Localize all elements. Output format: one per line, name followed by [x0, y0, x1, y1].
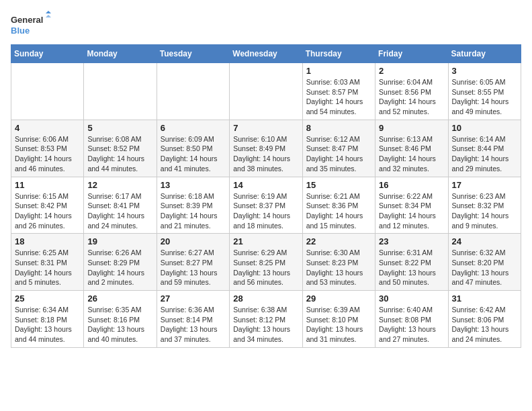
- day-info: Sunrise: 6:27 AM Sunset: 8:27 PM Dayligh…: [161, 248, 226, 287]
- calendar-day-14: 14Sunrise: 6:19 AM Sunset: 8:37 PM Dayli…: [230, 177, 302, 234]
- day-number: 22: [306, 236, 371, 246]
- svg-text:General: General: [11, 15, 43, 25]
- calendar-day-17: 17Sunrise: 6:23 AM Sunset: 8:32 PM Dayli…: [448, 177, 521, 234]
- weekday-header-wednesday: Wednesday: [230, 45, 302, 63]
- day-number: 20: [161, 236, 226, 246]
- calendar-empty: [11, 63, 84, 120]
- day-number: 18: [15, 236, 80, 246]
- day-info: Sunrise: 6:35 AM Sunset: 8:16 PM Dayligh…: [87, 305, 152, 345]
- day-number: 3: [452, 66, 517, 76]
- weekday-header-thursday: Thursday: [302, 45, 375, 63]
- calendar-day-2: 2Sunrise: 6:04 AM Sunset: 8:56 PM Daylig…: [375, 63, 448, 120]
- day-number: 17: [452, 180, 517, 190]
- day-number: 25: [15, 293, 80, 304]
- day-info: Sunrise: 6:21 AM Sunset: 8:36 PM Dayligh…: [306, 191, 371, 231]
- day-number: 7: [233, 123, 298, 133]
- weekday-header-monday: Monday: [84, 45, 157, 63]
- day-number: 5: [87, 123, 152, 133]
- day-info: Sunrise: 6:29 AM Sunset: 8:25 PM Dayligh…: [233, 248, 298, 287]
- logo: General Blue: [11, 11, 51, 38]
- calendar-empty: [230, 63, 302, 120]
- day-info: Sunrise: 6:23 AM Sunset: 8:32 PM Dayligh…: [452, 191, 517, 231]
- day-number: 29: [306, 293, 371, 304]
- day-number: 4: [15, 123, 80, 133]
- calendar-day-16: 16Sunrise: 6:22 AM Sunset: 8:34 PM Dayli…: [375, 177, 448, 234]
- day-number: 11: [15, 180, 80, 190]
- day-number: 16: [379, 180, 444, 190]
- day-info: Sunrise: 6:03 AM Sunset: 8:57 PM Dayligh…: [306, 77, 371, 117]
- calendar-day-29: 29Sunrise: 6:39 AM Sunset: 8:10 PM Dayli…: [302, 291, 375, 348]
- calendar-day-25: 25Sunrise: 6:34 AM Sunset: 8:18 PM Dayli…: [11, 291, 84, 348]
- svg-text:Blue: Blue: [11, 26, 30, 36]
- day-number: 12: [87, 180, 152, 190]
- calendar-day-24: 24Sunrise: 6:32 AM Sunset: 8:20 PM Dayli…: [448, 234, 521, 291]
- calendar-day-26: 26Sunrise: 6:35 AM Sunset: 8:16 PM Dayli…: [84, 291, 157, 348]
- day-number: 1: [306, 66, 371, 76]
- day-info: Sunrise: 6:39 AM Sunset: 8:10 PM Dayligh…: [306, 305, 371, 345]
- calendar-day-20: 20Sunrise: 6:27 AM Sunset: 8:27 PM Dayli…: [157, 234, 229, 291]
- svg-marker-3: [46, 15, 51, 17]
- calendar-day-5: 5Sunrise: 6:08 AM Sunset: 8:52 PM Daylig…: [84, 120, 157, 177]
- day-number: 10: [452, 123, 517, 133]
- calendar-day-4: 4Sunrise: 6:06 AM Sunset: 8:53 PM Daylig…: [11, 120, 84, 177]
- day-info: Sunrise: 6:31 AM Sunset: 8:22 PM Dayligh…: [379, 248, 444, 287]
- calendar-week-row: 1Sunrise: 6:03 AM Sunset: 8:57 PM Daylig…: [11, 63, 521, 120]
- calendar-day-11: 11Sunrise: 6:15 AM Sunset: 8:42 PM Dayli…: [11, 177, 84, 234]
- day-number: 31: [452, 293, 517, 304]
- calendar-day-3: 3Sunrise: 6:05 AM Sunset: 8:55 PM Daylig…: [448, 63, 521, 120]
- calendar-day-28: 28Sunrise: 6:38 AM Sunset: 8:12 PM Dayli…: [230, 291, 302, 348]
- calendar-day-6: 6Sunrise: 6:09 AM Sunset: 8:50 PM Daylig…: [157, 120, 229, 177]
- calendar-empty: [157, 63, 229, 120]
- day-number: 6: [161, 123, 226, 133]
- logo-svg: General Blue: [11, 11, 51, 38]
- day-number: 21: [233, 236, 298, 246]
- calendar-day-1: 1Sunrise: 6:03 AM Sunset: 8:57 PM Daylig…: [302, 63, 375, 120]
- svg-marker-2: [46, 11, 51, 13]
- day-info: Sunrise: 6:08 AM Sunset: 8:52 PM Dayligh…: [87, 134, 152, 174]
- day-number: 13: [161, 180, 226, 190]
- calendar-table: SundayMondayTuesdayWednesdayThursdayFrid…: [11, 44, 521, 348]
- day-info: Sunrise: 6:34 AM Sunset: 8:18 PM Dayligh…: [15, 305, 80, 345]
- calendar-day-13: 13Sunrise: 6:18 AM Sunset: 8:39 PM Dayli…: [157, 177, 229, 234]
- day-number: 28: [233, 293, 298, 304]
- day-number: 14: [233, 180, 298, 190]
- day-number: 15: [306, 180, 371, 190]
- day-info: Sunrise: 6:40 AM Sunset: 8:08 PM Dayligh…: [379, 305, 444, 345]
- day-info: Sunrise: 6:10 AM Sunset: 8:49 PM Dayligh…: [233, 134, 298, 174]
- day-info: Sunrise: 6:19 AM Sunset: 8:37 PM Dayligh…: [233, 191, 298, 231]
- weekday-header-sunday: Sunday: [11, 45, 84, 63]
- day-info: Sunrise: 6:32 AM Sunset: 8:20 PM Dayligh…: [452, 248, 517, 287]
- day-info: Sunrise: 6:12 AM Sunset: 8:47 PM Dayligh…: [306, 134, 371, 174]
- calendar-day-10: 10Sunrise: 6:14 AM Sunset: 8:44 PM Dayli…: [448, 120, 521, 177]
- calendar-day-18: 18Sunrise: 6:25 AM Sunset: 8:31 PM Dayli…: [11, 234, 84, 291]
- day-number: 27: [161, 293, 226, 304]
- day-number: 8: [306, 123, 371, 133]
- day-info: Sunrise: 6:13 AM Sunset: 8:46 PM Dayligh…: [379, 134, 444, 174]
- day-info: Sunrise: 6:15 AM Sunset: 8:42 PM Dayligh…: [15, 191, 80, 231]
- calendar-week-row: 11Sunrise: 6:15 AM Sunset: 8:42 PM Dayli…: [11, 177, 521, 234]
- day-info: Sunrise: 6:22 AM Sunset: 8:34 PM Dayligh…: [379, 191, 444, 231]
- day-info: Sunrise: 6:05 AM Sunset: 8:55 PM Dayligh…: [452, 77, 517, 117]
- day-info: Sunrise: 6:18 AM Sunset: 8:39 PM Dayligh…: [161, 191, 226, 231]
- calendar-day-19: 19Sunrise: 6:26 AM Sunset: 8:29 PM Dayli…: [84, 234, 157, 291]
- day-number: 19: [87, 236, 152, 246]
- calendar-day-7: 7Sunrise: 6:10 AM Sunset: 8:49 PM Daylig…: [230, 120, 302, 177]
- day-info: Sunrise: 6:42 AM Sunset: 8:06 PM Dayligh…: [452, 305, 517, 345]
- calendar-day-23: 23Sunrise: 6:31 AM Sunset: 8:22 PM Dayli…: [375, 234, 448, 291]
- day-info: Sunrise: 6:36 AM Sunset: 8:14 PM Dayligh…: [161, 305, 226, 345]
- calendar-day-15: 15Sunrise: 6:21 AM Sunset: 8:36 PM Dayli…: [302, 177, 375, 234]
- weekday-header-row: SundayMondayTuesdayWednesdayThursdayFrid…: [11, 45, 521, 63]
- day-info: Sunrise: 6:06 AM Sunset: 8:53 PM Dayligh…: [15, 134, 80, 174]
- day-number: 24: [452, 236, 517, 246]
- day-info: Sunrise: 6:09 AM Sunset: 8:50 PM Dayligh…: [161, 134, 226, 174]
- calendar-week-row: 18Sunrise: 6:25 AM Sunset: 8:31 PM Dayli…: [11, 234, 521, 291]
- calendar-day-9: 9Sunrise: 6:13 AM Sunset: 8:46 PM Daylig…: [375, 120, 448, 177]
- day-number: 26: [87, 293, 152, 304]
- page-header: General Blue: [11, 11, 521, 38]
- calendar-empty: [84, 63, 157, 120]
- day-info: Sunrise: 6:04 AM Sunset: 8:56 PM Dayligh…: [379, 77, 444, 117]
- weekday-header-tuesday: Tuesday: [157, 45, 229, 63]
- calendar-day-12: 12Sunrise: 6:17 AM Sunset: 8:41 PM Dayli…: [84, 177, 157, 234]
- day-info: Sunrise: 6:30 AM Sunset: 8:23 PM Dayligh…: [306, 248, 371, 287]
- day-number: 2: [379, 66, 444, 76]
